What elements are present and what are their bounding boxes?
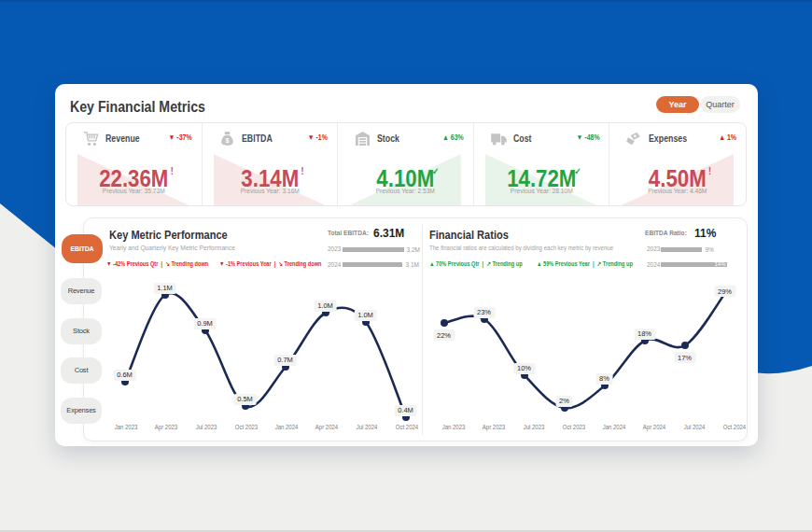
svg-text:$: $ [225,137,229,145]
